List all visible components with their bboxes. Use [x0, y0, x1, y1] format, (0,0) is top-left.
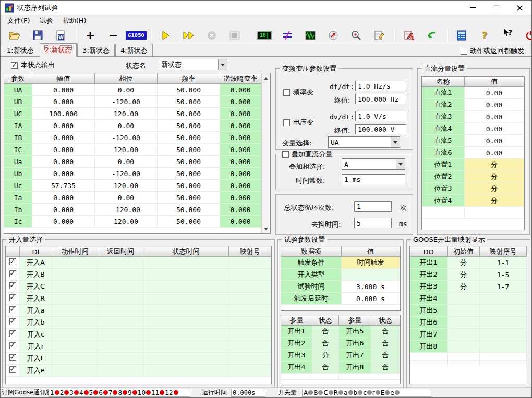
undo-button[interactable]: [424, 28, 440, 43]
action-time-cell[interactable]: [52, 305, 98, 317]
state-time-cell[interactable]: [143, 341, 229, 353]
di-checkbox[interactable]: [9, 354, 16, 361]
map-number-cell[interactable]: [229, 353, 271, 365]
dc-superpose-checkbox[interactable]: 叠加直流分量: [280, 150, 334, 159]
action-time-cell[interactable]: [52, 317, 98, 329]
output-state[interactable]: 合: [312, 326, 339, 338]
return-time-cell[interactable]: [98, 341, 143, 353]
tab-state-2[interactable]: 2:新状态: [40, 43, 77, 57]
dropdown-button[interactable]: [396, 159, 405, 169]
thd-cell[interactable]: 0.000: [220, 108, 261, 120]
dc-value[interactable]: 分: [465, 171, 524, 183]
context-help-button[interactable]: ?: [500, 28, 515, 43]
frequency-cell[interactable]: 50.000: [158, 168, 220, 180]
phase-cell[interactable]: 0.00: [95, 192, 158, 204]
amplitude-cell[interactable]: 0.000: [32, 144, 95, 156]
action-time-cell[interactable]: [52, 353, 98, 365]
action-time-cell[interactable]: [52, 341, 98, 353]
menu-item-0[interactable]: 文件(F): [3, 15, 35, 27]
state-time-cell[interactable]: [143, 269, 229, 281]
map-sequence[interactable]: 1-5: [480, 269, 527, 281]
initial-value[interactable]: 分: [448, 257, 480, 269]
frequency-cell[interactable]: 50.000: [158, 84, 220, 96]
map-sequence[interactable]: 1-1: [480, 257, 527, 269]
phase-cell[interactable]: 120.00: [95, 108, 158, 120]
return-time-cell[interactable]: [98, 329, 143, 341]
superpose-phase-select[interactable]: A: [342, 158, 405, 170]
amplitude-cell[interactable]: 0.000: [32, 168, 95, 180]
map-number-cell[interactable]: [229, 269, 271, 281]
run-all-button[interactable]: [181, 28, 197, 43]
map-number-cell[interactable]: [229, 341, 271, 353]
phase-cell[interactable]: 0.00: [95, 120, 158, 132]
state-time-cell[interactable]: [143, 305, 229, 317]
initial-value[interactable]: 分: [448, 269, 480, 281]
amplitude-cell[interactable]: 0.000: [32, 156, 95, 168]
amplitude-cell[interactable]: 0.000: [32, 132, 95, 144]
frequency-cell[interactable]: 50.000: [158, 216, 220, 228]
state-time-cell[interactable]: [143, 365, 229, 377]
phase-cell[interactable]: -120.00: [95, 132, 158, 144]
phase-cell[interactable]: 0.00: [95, 156, 158, 168]
phase-cell[interactable]: -120.00: [95, 96, 158, 108]
state-time-cell[interactable]: [143, 257, 229, 269]
state-time-cell[interactable]: [143, 353, 229, 365]
dc-value[interactable]: 0.00: [465, 87, 524, 99]
map-number-cell[interactable]: [229, 305, 271, 317]
map-number-cell[interactable]: [229, 257, 271, 269]
di-checkbox[interactable]: [9, 366, 16, 373]
scroll-down-button[interactable]: [262, 225, 270, 233]
thd-cell[interactable]: 0.000: [220, 204, 261, 216]
state-time-cell[interactable]: [143, 329, 229, 341]
data-item-value[interactable]: 3.000 s: [342, 281, 400, 293]
dc-value[interactable]: 分: [465, 195, 524, 207]
return-time-cell[interactable]: [98, 365, 143, 377]
thd-cell[interactable]: 0.000: [220, 180, 261, 192]
map-number-cell[interactable]: [229, 329, 271, 341]
di-checkbox[interactable]: [9, 282, 16, 289]
close-button[interactable]: ×: [508, 1, 531, 15]
map-number-cell[interactable]: [229, 281, 271, 293]
dc-value[interactable]: 0.00: [465, 135, 524, 147]
dc-value[interactable]: 0.00: [465, 111, 524, 123]
initial-value[interactable]: 分: [448, 281, 480, 293]
phase-cell[interactable]: 0.00: [95, 84, 158, 96]
map-number-cell[interactable]: [229, 293, 271, 305]
map-sequence[interactable]: [480, 329, 527, 341]
di-checkbox[interactable]: [9, 342, 16, 349]
return-time-cell[interactable]: [98, 293, 143, 305]
zoom-button[interactable]: [348, 28, 364, 43]
calculator-button[interactable]: [454, 28, 469, 43]
open-file-button[interactable]: [7, 28, 22, 43]
thd-cell[interactable]: 0.000: [220, 84, 261, 96]
map-sequence[interactable]: [480, 305, 527, 317]
thd-cell[interactable]: 0.000: [220, 168, 261, 180]
amplitude-cell[interactable]: 0.000: [32, 204, 95, 216]
df-end-input[interactable]: [355, 94, 406, 104]
phasor-button[interactable]: [280, 28, 295, 43]
amplitude-cell[interactable]: 0.000: [32, 192, 95, 204]
action-time-cell[interactable]: [52, 269, 98, 281]
output-state[interactable]: 合: [371, 326, 400, 338]
return-time-cell[interactable]: [98, 257, 143, 269]
thd-cell[interactable]: 0.000: [220, 96, 261, 108]
data-item-value[interactable]: [342, 269, 400, 281]
minimize-button[interactable]: [461, 1, 485, 15]
phase-cell[interactable]: 120.00: [95, 144, 158, 156]
save-button[interactable]: [30, 28, 45, 43]
initial-value[interactable]: [448, 293, 480, 305]
return-time-cell[interactable]: [98, 281, 143, 293]
dropdown-button[interactable]: [391, 137, 400, 147]
tab-state-3[interactable]: 3:新状态: [77, 44, 115, 56]
output-state[interactable]: 分: [312, 350, 339, 362]
di-checkbox[interactable]: [9, 318, 16, 325]
add-state-button[interactable]: +: [82, 28, 98, 43]
amplitude-cell[interactable]: 0.000: [32, 120, 95, 132]
map-sequence[interactable]: [480, 341, 527, 353]
iec61850-button[interactable]: 61850: [128, 28, 144, 43]
state-time-cell[interactable]: [143, 281, 229, 293]
map-number-cell[interactable]: [229, 317, 271, 329]
output-state[interactable]: 合: [371, 350, 400, 362]
debounce-input[interactable]: [354, 218, 392, 228]
map-sequence[interactable]: [480, 317, 527, 329]
